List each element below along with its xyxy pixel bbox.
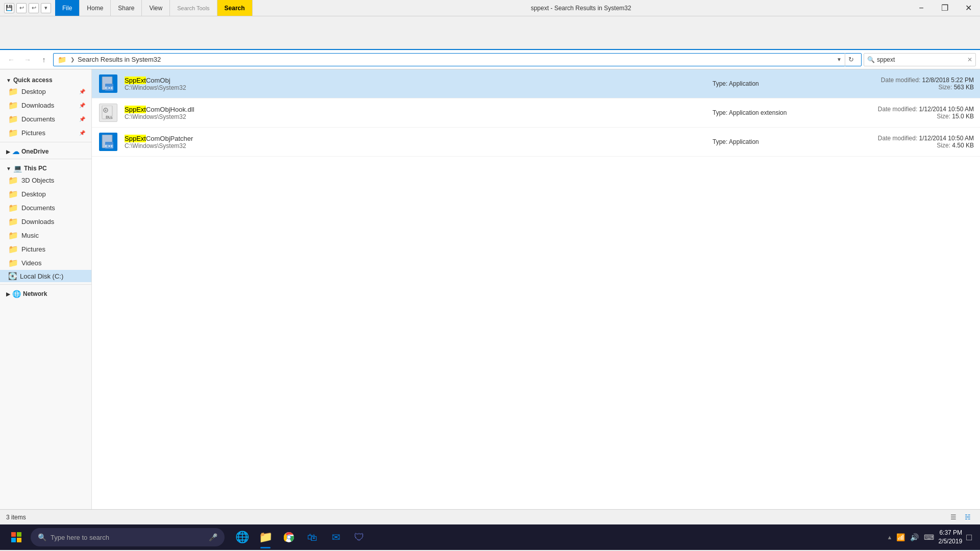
network-status-icon[interactable]: 📶 bbox=[896, 533, 905, 541]
network-section[interactable]: ▶ 🌐 Network bbox=[0, 287, 91, 299]
clock-display[interactable]: 6:37 PM 2/5/2019 bbox=[938, 529, 962, 546]
type-label-2: Type: bbox=[713, 109, 729, 116]
sidebar-item-3d-objects[interactable]: 📁 3D Objects bbox=[0, 173, 91, 187]
onedrive-icon: ☁ bbox=[12, 147, 19, 156]
clock-date: 2/5/2019 bbox=[938, 537, 962, 546]
sidebar-item-label: Pictures bbox=[21, 245, 45, 253]
date-modified-2: Date modified: 1/12/2014 10:50 AM bbox=[831, 106, 974, 113]
dll-svg: DLL bbox=[101, 106, 115, 120]
file-row-3[interactable]: EXE SppExtComObjPatcher C:\Windows\Syste… bbox=[92, 128, 980, 157]
address-bar-icon: 📁 bbox=[58, 56, 66, 64]
sidebar-item-label: Desktop bbox=[21, 88, 46, 95]
address-bar[interactable]: 📁 ❯ Search Results in System32 ▼ ↻ bbox=[53, 53, 862, 66]
sidebar-item-label: Music bbox=[21, 232, 39, 239]
sidebar-item-videos[interactable]: 📁 Videos bbox=[0, 256, 91, 270]
maximize-button[interactable]: ❐ bbox=[933, 0, 957, 16]
taskbar-app-store[interactable]: 🛍 bbox=[301, 525, 324, 549]
search-clear-button[interactable]: ✕ bbox=[967, 56, 972, 63]
search-input[interactable] bbox=[877, 56, 965, 63]
up-button[interactable]: ↑ bbox=[37, 53, 51, 67]
qs-btn-1[interactable]: 💾 bbox=[4, 3, 14, 13]
type-label-3: Type: bbox=[713, 138, 729, 145]
quick-access-label: Quick access bbox=[13, 77, 53, 84]
app-exe-svg-3: EXE bbox=[101, 135, 115, 149]
size-1: Size: 563 KB bbox=[831, 84, 974, 91]
file-row-2[interactable]: DLL SppExtComObjHook.dll C:\Windows\Syst… bbox=[92, 98, 980, 128]
tab-search[interactable]: Search bbox=[217, 0, 253, 16]
keyboard-icon[interactable]: ⌨ bbox=[924, 533, 934, 541]
taskbar-app-ie[interactable]: 🌐 bbox=[231, 525, 253, 549]
taskbar-app-mail[interactable]: ✉ bbox=[325, 525, 347, 549]
sidebar-item-documents-quick[interactable]: 📁 Documents 📌 bbox=[0, 112, 91, 126]
app-file-icon-1: EXE bbox=[99, 74, 117, 93]
store-icon: 🛍 bbox=[307, 532, 317, 543]
file-type-2: Type: Application extension bbox=[713, 109, 825, 116]
refresh-button[interactable]: ↻ bbox=[845, 53, 857, 66]
onedrive-label: OneDrive bbox=[21, 148, 48, 155]
music-icon: 📁 bbox=[8, 231, 18, 240]
search-box[interactable]: 🔍 ✕ bbox=[864, 53, 976, 66]
dll-file-icon-2: DLL bbox=[99, 104, 117, 122]
notification-button[interactable]: □ bbox=[966, 532, 972, 543]
sidebar-item-desktop-pc[interactable]: 📁 Desktop bbox=[0, 187, 91, 201]
taskbar-app-shield[interactable]: 🛡 bbox=[348, 525, 371, 549]
address-dropdown-arrow[interactable]: ▼ bbox=[837, 57, 842, 62]
qs-dropdown[interactable]: ▾ bbox=[41, 3, 51, 13]
tab-home[interactable]: Home bbox=[80, 0, 111, 16]
this-pc-chevron-icon: ▼ bbox=[6, 166, 11, 171]
app-exe-svg: EXE bbox=[101, 77, 115, 91]
sidebar-item-downloads-pc[interactable]: 📁 Downloads bbox=[0, 215, 91, 229]
sidebar-item-music[interactable]: 📁 Music bbox=[0, 229, 91, 242]
type-label-1: Type: bbox=[713, 80, 729, 87]
sidebar-item-pictures-pc[interactable]: 📁 Pictures bbox=[0, 242, 91, 256]
date-val-2: 1/12/2014 10:50 AM bbox=[919, 106, 974, 113]
local-disk-icon: 💽 bbox=[8, 272, 17, 280]
large-icons-view-button[interactable]: ☵ bbox=[962, 511, 974, 523]
taskbar-search-box[interactable]: 🔍 Type here to search 🎤 bbox=[31, 528, 225, 546]
tab-search-tools-group: Search Tools bbox=[170, 0, 217, 16]
onedrive-section[interactable]: ▶ ☁ OneDrive bbox=[0, 144, 91, 157]
minimize-button[interactable]: − bbox=[910, 0, 933, 16]
file-meta-2: Date modified: 1/12/2014 10:50 AM Size: … bbox=[831, 106, 974, 120]
file-name-3: SppExtComObjPatcher bbox=[125, 135, 706, 142]
qs-btn-3[interactable]: ↩ bbox=[29, 3, 39, 13]
sidebar-item-documents-pc[interactable]: 📁 Documents bbox=[0, 201, 91, 215]
taskbar-mic-icon[interactable]: 🎤 bbox=[209, 533, 217, 541]
tab-view[interactable]: View bbox=[142, 0, 170, 16]
taskbar-app-chrome[interactable] bbox=[278, 525, 300, 549]
tab-share[interactable]: Share bbox=[111, 0, 142, 16]
date-modified-3: Date modified: 1/12/2014 10:50 AM bbox=[831, 135, 974, 142]
sidebar-item-pictures-quick[interactable]: 📁 Pictures 📌 bbox=[0, 126, 91, 140]
taskbar-app-explorer[interactable]: 📁 bbox=[254, 525, 277, 549]
back-button[interactable]: ← bbox=[4, 53, 18, 67]
forward-button[interactable]: → bbox=[20, 53, 35, 67]
details-view-button[interactable]: ☰ bbox=[947, 511, 960, 523]
address-chevron: ❯ bbox=[70, 57, 75, 62]
items-count: 3 items bbox=[6, 514, 26, 521]
taskbar-chevron[interactable]: ▲ bbox=[887, 534, 893, 540]
documents-folder-icon: 📁 bbox=[8, 114, 18, 124]
file-path-2: C:\Windows\System32 bbox=[125, 113, 706, 120]
pin-icon: 📌 bbox=[79, 89, 85, 94]
close-button[interactable]: ✕ bbox=[957, 0, 980, 16]
file-type-3: Type: Application bbox=[713, 138, 825, 145]
file-path-1: C:\Windows\System32 bbox=[125, 84, 706, 91]
svg-text:EXE: EXE bbox=[105, 86, 114, 90]
start-button[interactable] bbox=[4, 525, 29, 549]
volume-icon[interactable]: 🔊 bbox=[910, 533, 919, 541]
sidebar-item-downloads-quick[interactable]: 📁 Downloads 📌 bbox=[0, 98, 91, 112]
file-info-2: SppExtComObjHook.dll C:\Windows\System32 bbox=[125, 106, 706, 120]
sidebar-item-desktop-quick[interactable]: 📁 Desktop 📌 bbox=[0, 85, 91, 98]
this-pc-icon: 💻 bbox=[13, 164, 22, 172]
taskbar-apps: 🌐 📁 🛍 ✉ 🛡 bbox=[231, 525, 371, 549]
file-name-1: SppExtComObj bbox=[125, 77, 706, 84]
quick-save-buttons: 💾 ↩ ↩ ▾ bbox=[0, 0, 55, 16]
file-row-1[interactable]: EXE SppExtComObj C:\Windows\System32 Typ… bbox=[92, 69, 980, 98]
sidebar-divider-2 bbox=[0, 159, 91, 159]
this-pc-section[interactable]: ▼ 💻 This PC bbox=[0, 161, 91, 173]
window-title: sppext - Search Results in System32 bbox=[253, 5, 910, 12]
qs-btn-2[interactable]: ↩ bbox=[16, 3, 27, 13]
sidebar-item-local-disk[interactable]: 💽 Local Disk (C:) bbox=[0, 270, 91, 282]
quick-access-section[interactable]: ▼ Quick access bbox=[0, 73, 91, 85]
tab-file[interactable]: File bbox=[55, 0, 80, 16]
